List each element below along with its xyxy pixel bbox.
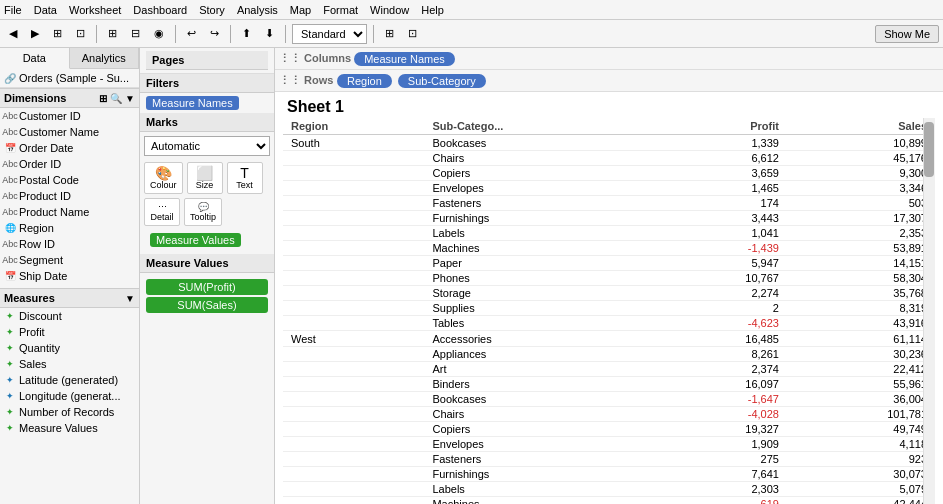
color-button[interactable]: 🎨 Colour	[144, 162, 183, 194]
scroll-thumb[interactable]	[924, 122, 934, 177]
menu-window[interactable]: Window	[370, 4, 409, 16]
detail-button[interactable]: ⋯ Detail	[144, 198, 180, 226]
detail-label: Detail	[150, 212, 173, 222]
field-row-id[interactable]: AbcRow ID	[0, 236, 139, 252]
toolbar-btn4[interactable]: ⊟	[126, 24, 145, 43]
abc-icon6: Abc	[4, 206, 16, 218]
filter-chip-measure-names[interactable]: Measure Names	[146, 96, 239, 110]
vertical-scrollbar[interactable]	[923, 118, 935, 504]
sort-icon[interactable]: ⊞	[99, 93, 107, 104]
rows-pill-sub-category[interactable]: Sub-Category	[398, 74, 486, 88]
table-row: Bookcases-1,64736,004	[283, 392, 935, 407]
menu-bar: File Data Worksheet Dashboard Story Anal…	[0, 0, 943, 20]
measures-expand-icon[interactable]: ▼	[125, 293, 135, 304]
left-panel: Data Analytics 🔗 Orders (Sample - Su... …	[0, 48, 140, 504]
cell-region	[283, 271, 424, 286]
show-me-button[interactable]: Show Me	[875, 25, 939, 43]
table-row: Furnishings7,64130,073	[283, 467, 935, 482]
expand-icon[interactable]: ▼	[125, 93, 135, 104]
field-quantity[interactable]: ✦Quantity	[0, 340, 139, 356]
field-order-id[interactable]: AbcOrder ID	[0, 156, 139, 172]
toolbar-fix[interactable]: ⊞	[380, 24, 399, 43]
marks-dropdown[interactable]: Automatic	[144, 136, 270, 156]
toolbar-sort-desc[interactable]: ⬇	[260, 24, 279, 43]
toolbar-undo[interactable]: ↩	[182, 24, 201, 43]
mv-chip-sales[interactable]: SUM(Sales)	[146, 297, 268, 313]
field-discount[interactable]: ✦Discount	[0, 308, 139, 324]
detail-icon: ⋯	[158, 202, 167, 212]
mv-chip-profit[interactable]: SUM(Profit)	[146, 279, 268, 295]
menu-data[interactable]: Data	[34, 4, 57, 16]
main-layout: Data Analytics 🔗 Orders (Sample - Su... …	[0, 48, 943, 504]
marks-icons-row: 🎨 Colour ⬜ Size T Text	[144, 162, 270, 194]
size-button[interactable]: ⬜ Size	[187, 162, 223, 194]
menu-worksheet[interactable]: Worksheet	[69, 4, 121, 16]
search-icon[interactable]: 🔍	[110, 93, 122, 104]
toolbar-btn2[interactable]: ⊡	[71, 24, 90, 43]
field-order-date[interactable]: 📅Order Date	[0, 140, 139, 156]
tab-analytics[interactable]: Analytics	[70, 48, 140, 68]
field-longitude[interactable]: ✦Longitude (generat...	[0, 388, 139, 404]
cell-sales: 36,004	[787, 392, 935, 407]
menu-map[interactable]: Map	[290, 4, 311, 16]
field-product-name[interactable]: AbcProduct Name	[0, 204, 139, 220]
columns-pill-measure-names[interactable]: Measure Names	[354, 52, 455, 66]
connection-row[interactable]: 🔗 Orders (Sample - Su...	[0, 69, 139, 88]
cell-sub-cat: Machines	[424, 241, 655, 256]
field-sales[interactable]: ✦Sales	[0, 356, 139, 372]
measure-values-chip[interactable]: Measure Values	[150, 233, 241, 247]
toolbar-forward[interactable]: ▶	[26, 24, 44, 43]
menu-file[interactable]: File	[4, 4, 22, 16]
measure-icon8: ✦	[4, 422, 16, 434]
cell-sales: 3,346	[787, 181, 935, 196]
cell-profit: 2	[655, 301, 787, 316]
field-postal-code[interactable]: AbcPostal Code	[0, 172, 139, 188]
cell-sub-cat: Copiers	[424, 422, 655, 437]
cell-profit: 3,659	[655, 166, 787, 181]
abc-icon8: Abc	[4, 254, 16, 266]
toolbar-btn1[interactable]: ⊞	[48, 24, 67, 43]
table-row: SouthBookcases1,33910,899	[283, 135, 935, 151]
menu-story[interactable]: Story	[199, 4, 225, 16]
field-latitude[interactable]: ✦Latitude (generated)	[0, 372, 139, 388]
menu-dashboard[interactable]: Dashboard	[133, 4, 187, 16]
toolbar-back[interactable]: ◀	[4, 24, 22, 43]
field-customer-name[interactable]: AbcCustomer Name	[0, 124, 139, 140]
table-row: Envelopes1,9094,118	[283, 437, 935, 452]
cell-sales: 45,176	[787, 151, 935, 166]
cell-sub-cat: Art	[424, 362, 655, 377]
tooltip-button[interactable]: 💬 Tooltip	[184, 198, 222, 226]
field-measure-values[interactable]: ✦Measure Values	[0, 420, 139, 436]
toolbar-btn3[interactable]: ⊞	[103, 24, 122, 43]
field-profit[interactable]: ✦Profit	[0, 324, 139, 340]
field-product-id[interactable]: AbcProduct ID	[0, 188, 139, 204]
field-segment[interactable]: AbcSegment	[0, 252, 139, 268]
field-customer-id[interactable]: AbcCustomer ID	[0, 108, 139, 124]
measure-values-chip-row: Measure Values	[144, 230, 270, 250]
menu-format[interactable]: Format	[323, 4, 358, 16]
text-button[interactable]: T Text	[227, 162, 263, 194]
cell-profit: 2,274	[655, 286, 787, 301]
field-num-records[interactable]: ✦Number of Records	[0, 404, 139, 420]
cell-region	[283, 437, 424, 452]
table-row: Binders16,09755,961	[283, 377, 935, 392]
cell-sub-cat: Appliances	[424, 347, 655, 362]
cell-sub-cat: Paper	[424, 256, 655, 271]
toolbar-redo[interactable]: ↪	[205, 24, 224, 43]
mv-chips: SUM(Profit) SUM(Sales)	[140, 273, 274, 319]
rows-pill-region[interactable]: Region	[337, 74, 392, 88]
toolbar-sort-asc[interactable]: ⬆	[237, 24, 256, 43]
date-icon2: 📅	[4, 270, 16, 282]
divider1	[96, 25, 97, 43]
cell-profit: 1,909	[655, 437, 787, 452]
tab-data[interactable]: Data	[0, 48, 70, 69]
cell-sub-cat: Storage	[424, 286, 655, 301]
cell-region	[283, 226, 424, 241]
menu-analysis[interactable]: Analysis	[237, 4, 278, 16]
menu-help[interactable]: Help	[421, 4, 444, 16]
standard-dropdown[interactable]: Standard	[292, 24, 367, 44]
field-ship-date[interactable]: 📅Ship Date	[0, 268, 139, 284]
field-region[interactable]: 🌐Region	[0, 220, 139, 236]
toolbar-btn5[interactable]: ◉	[149, 24, 169, 43]
toolbar-fit[interactable]: ⊡	[403, 24, 422, 43]
